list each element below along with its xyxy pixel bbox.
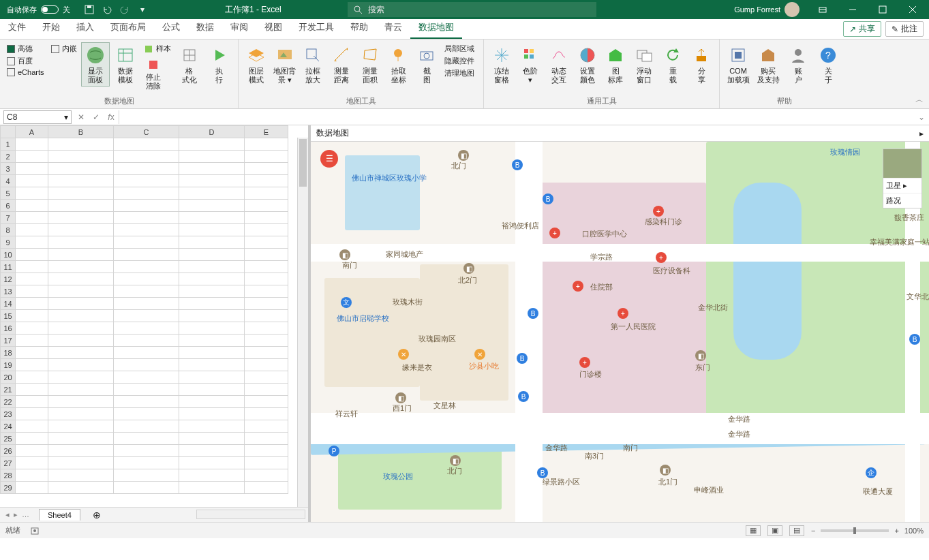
horizontal-scrollbar[interactable] xyxy=(196,510,305,519)
cell[interactable] xyxy=(48,273,114,285)
col-header[interactable]: E xyxy=(245,126,288,138)
row-header[interactable]: 23 xyxy=(1,408,16,420)
btn-box-zoom[interactable]: 拉框 放大 xyxy=(299,42,326,87)
cell[interactable] xyxy=(114,298,179,310)
cell[interactable] xyxy=(245,396,288,408)
row-header[interactable]: 15 xyxy=(1,310,16,322)
map-pin-med[interactable]: + xyxy=(618,308,628,319)
cell[interactable] xyxy=(16,163,48,175)
cell[interactable] xyxy=(179,273,245,285)
map-pin-bus[interactable]: B xyxy=(517,353,528,364)
cell[interactable] xyxy=(48,200,114,212)
cell[interactable] xyxy=(245,433,288,445)
cell[interactable] xyxy=(179,200,245,212)
check-echarts[interactable]: eCharts xyxy=(7,68,44,76)
cell[interactable] xyxy=(16,457,48,469)
cell[interactable] xyxy=(245,298,288,310)
cell[interactable] xyxy=(245,224,288,236)
row-header[interactable]: 14 xyxy=(1,298,16,310)
collapse-ribbon-icon[interactable]: ︿ xyxy=(915,94,924,106)
cell[interactable] xyxy=(16,138,48,151)
cell[interactable] xyxy=(48,482,114,494)
cell[interactable] xyxy=(179,249,245,261)
row-header[interactable]: 1 xyxy=(1,138,16,151)
map-pin-gate[interactable]: ◧ xyxy=(463,263,474,274)
share-button[interactable]: ↗ 共享 xyxy=(843,21,881,37)
expand-fbar-icon[interactable]: ⌄ xyxy=(914,112,929,122)
cell[interactable] xyxy=(179,298,245,310)
map-pin-gate[interactable]: ◧ xyxy=(395,392,406,403)
chevron-down-icon[interactable]: ▾ xyxy=(64,112,68,122)
cell[interactable] xyxy=(48,224,114,236)
cell[interactable] xyxy=(179,371,245,384)
cell[interactable] xyxy=(179,384,245,396)
undo-icon[interactable] xyxy=(102,4,112,15)
map-pin-med[interactable]: + xyxy=(653,206,664,217)
cell[interactable] xyxy=(48,249,114,261)
col-header[interactable]: C xyxy=(114,126,179,138)
add-sheet-button[interactable]: ⊕ xyxy=(85,508,109,522)
cell[interactable] xyxy=(48,457,114,469)
cell[interactable] xyxy=(114,236,179,249)
cell[interactable] xyxy=(48,163,114,175)
cell[interactable] xyxy=(114,371,179,384)
redo-icon[interactable] xyxy=(119,4,130,15)
cell[interactable] xyxy=(114,285,179,298)
col-header[interactable]: D xyxy=(179,126,245,138)
cell[interactable] xyxy=(245,310,288,322)
row-header[interactable]: 18 xyxy=(1,347,16,359)
map-pin-bus[interactable]: B xyxy=(537,467,548,478)
col-header[interactable]: A xyxy=(16,126,48,138)
cell[interactable] xyxy=(179,408,245,420)
row-header[interactable]: 2 xyxy=(1,151,16,163)
map-pin-food[interactable]: ✕ xyxy=(398,349,409,360)
cell[interactable] xyxy=(179,420,245,433)
cell[interactable] xyxy=(48,384,114,396)
row-header[interactable]: 13 xyxy=(1,285,16,298)
map-pin-bus[interactable]: B xyxy=(909,334,920,345)
row-header[interactable]: 19 xyxy=(1,359,16,371)
btn-stop-clear[interactable]: 停止 清除 xyxy=(141,55,166,93)
cell[interactable] xyxy=(245,261,288,273)
btn-about[interactable]: ?关 于 xyxy=(814,42,842,87)
cell[interactable] xyxy=(16,187,48,200)
cell[interactable] xyxy=(245,285,288,298)
cell[interactable] xyxy=(114,138,179,151)
cell[interactable] xyxy=(16,212,48,224)
cell[interactable] xyxy=(245,249,288,261)
tab-插入[interactable]: 插入 xyxy=(68,17,102,39)
cell[interactable] xyxy=(114,359,179,371)
cell[interactable] xyxy=(245,175,288,187)
map-pin-med[interactable]: + xyxy=(579,357,590,368)
cell[interactable] xyxy=(16,445,48,457)
row-header[interactable]: 6 xyxy=(1,200,16,212)
cell[interactable] xyxy=(16,335,48,347)
tab-公式[interactable]: 公式 xyxy=(154,17,188,39)
row-header[interactable]: 17 xyxy=(1,335,16,347)
cell[interactable] xyxy=(114,482,179,494)
btn-show-panel[interactable]: 显示 面板 xyxy=(81,42,110,87)
row-header[interactable]: 5 xyxy=(1,187,16,200)
cell[interactable] xyxy=(114,249,179,261)
row-header[interactable]: 28 xyxy=(1,469,16,482)
cell[interactable] xyxy=(179,236,245,249)
map-pin-med[interactable]: + xyxy=(656,252,667,263)
map-pin-gate[interactable]: ◧ xyxy=(660,465,671,476)
row-header[interactable]: 29 xyxy=(1,482,16,494)
btn-format[interactable]: 格 式化 xyxy=(175,42,204,87)
fx-confirm-icon[interactable]: ✓ xyxy=(89,112,104,122)
check-baidu[interactable]: 百度 xyxy=(7,56,44,66)
btn-color-scale[interactable]: 色阶 ▾ xyxy=(517,42,544,87)
btn-sample[interactable]: 样本 xyxy=(141,42,174,55)
cell[interactable] xyxy=(48,298,114,310)
cell[interactable] xyxy=(114,384,179,396)
cell[interactable] xyxy=(16,261,48,273)
cell[interactable] xyxy=(48,175,114,187)
row-header[interactable]: 21 xyxy=(1,384,16,396)
tab-nav-last[interactable]: ▸ xyxy=(14,510,18,519)
cell[interactable] xyxy=(48,408,114,420)
cell[interactable] xyxy=(114,469,179,482)
map-pin-bus[interactable]: B xyxy=(512,159,523,170)
name-box[interactable]: C8▾ xyxy=(3,110,72,124)
map-menu-icon[interactable]: ▸ xyxy=(919,129,924,138)
